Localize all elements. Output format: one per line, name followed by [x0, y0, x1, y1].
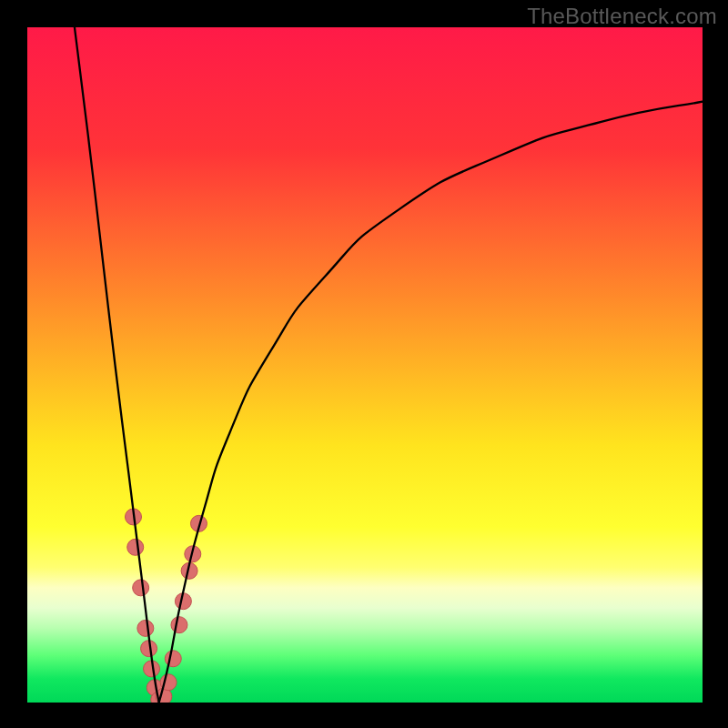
- chart-svg: [0, 0, 728, 728]
- highlight-marker: [133, 580, 149, 596]
- chart-frame: TheBottleneck.com: [0, 0, 728, 728]
- frame-left: [0, 0, 27, 728]
- highlight-marker: [171, 617, 187, 633]
- gradient-background: [27, 27, 703, 703]
- highlight-marker: [137, 620, 154, 636]
- frame-right: [703, 0, 728, 728]
- frame-bottom: [0, 703, 728, 728]
- watermark-text: TheBottleneck.com: [527, 4, 717, 29]
- highlight-marker: [165, 651, 181, 667]
- highlight-marker: [127, 539, 144, 555]
